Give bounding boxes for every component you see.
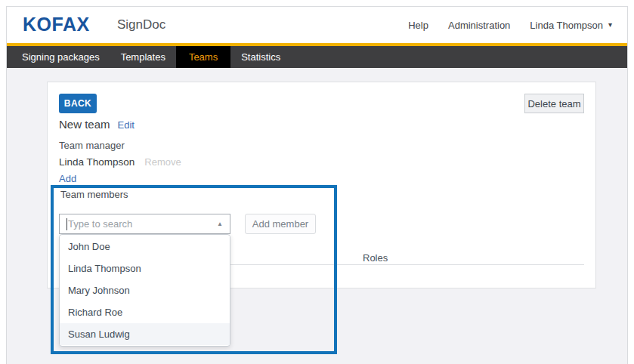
member-search-dropdown: John Doe Linda Thompson Mary Johnson Ric… <box>59 234 230 347</box>
add-manager-link[interactable]: Add <box>59 173 76 184</box>
nav-tab-teams[interactable]: Teams <box>176 46 230 68</box>
team-title-row: New teamEdit <box>59 118 135 131</box>
dropdown-option[interactable]: John Doe <box>60 236 230 258</box>
dropdown-option[interactable]: Linda Thompson <box>60 258 230 279</box>
dropdown-option-highlighted[interactable]: Susan Ludwig <box>60 323 230 345</box>
roles-column-header: Roles <box>363 252 388 264</box>
help-link[interactable]: Help <box>408 20 428 31</box>
add-member-button[interactable]: Add member <box>245 214 316 234</box>
back-button[interactable]: BACK <box>59 94 97 113</box>
member-search-input[interactable] <box>60 214 230 233</box>
nav-tab-signing-packages[interactable]: Signing packages <box>11 46 110 68</box>
kofax-logo: KOFAX <box>23 14 90 35</box>
app-window: KOFAX SignDoc Help Administration Linda … <box>6 6 628 364</box>
dropdown-option[interactable]: Richard Roe <box>60 301 230 323</box>
delete-team-button[interactable]: Delete team <box>524 94 584 113</box>
team-members-label: Team members <box>60 189 128 200</box>
nav-tab-statistics[interactable]: Statistics <box>230 46 291 68</box>
member-search-combobox[interactable]: ▲ <box>59 214 230 234</box>
team-title: New team <box>59 118 110 131</box>
screen: KOFAX SignDoc Help Administration Linda … <box>0 0 634 364</box>
product-name: SignDoc <box>117 17 165 32</box>
dropdown-option[interactable]: Mary Johnson <box>60 279 230 301</box>
team-manager-row: Linda ThompsonRemove <box>59 156 181 168</box>
content-area: BACK Delete team New teamEdit Team manag… <box>7 68 627 364</box>
remove-manager-link-disabled: Remove <box>144 156 181 168</box>
user-name: Linda Thompson <box>530 20 603 31</box>
dropdown-caret-icon: ▾ <box>608 21 612 29</box>
main-nav: Signing packages Templates Teams Statist… <box>7 46 627 68</box>
edit-team-link[interactable]: Edit <box>118 119 135 131</box>
header-links: Help Administration Linda Thompson ▾ <box>408 7 612 43</box>
user-menu[interactable]: Linda Thompson ▾ <box>530 20 612 31</box>
manager-name: Linda Thompson <box>59 156 135 168</box>
administration-link[interactable]: Administration <box>448 20 510 31</box>
nav-tab-templates[interactable]: Templates <box>110 46 176 68</box>
team-manager-label: Team manager <box>59 140 125 151</box>
app-header: KOFAX SignDoc Help Administration Linda … <box>7 7 627 43</box>
